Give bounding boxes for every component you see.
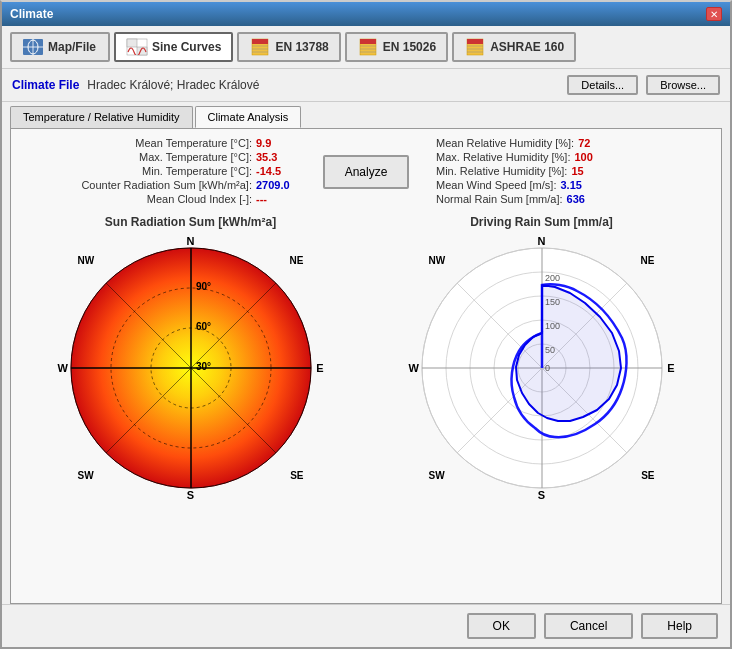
stat-wind-speed: Mean Wind Speed [m/s]: 3.15 [436,179,705,191]
svg-rect-19 [467,39,483,44]
ok-button[interactable]: OK [467,613,536,639]
main-window: Climate ✕ Map/File Sine Curves [0,0,732,649]
driving-rain-title: Driving Rain Sum [mm/a] [470,215,613,229]
sub-tab-temp-humidity[interactable]: Temperature / Relative Humidity [10,106,193,128]
sun-radiation-chart: Sun Radiation Sum [kWh/m²a] [19,215,362,595]
compass-W-rain: W [409,362,419,374]
driving-rain-svg: 200 150 100 50 0 [407,233,677,503]
compass-SE: SE [290,470,303,481]
driving-rain-polar: 200 150 100 50 0 N S W E NW NE SW SE [407,233,677,503]
svg-text:100: 100 [545,321,560,331]
compass-N-rain: N [538,235,546,247]
tab-en13788-label: EN 13788 [275,40,328,54]
stat-max-temp: Max. Temperature [°C]: 35.3 [27,151,296,163]
sub-tab-climate-analysis[interactable]: Climate Analysis [195,106,302,128]
compass-SW-rain: SW [429,470,445,481]
stat-min-rh: Min. Relative Humidity [%]: 15 [436,165,705,177]
map-icon [22,38,44,56]
svg-text:200: 200 [545,273,560,283]
charts-area: Sun Radiation Sum [kWh/m²a] [11,215,721,603]
svg-text:30°: 30° [196,361,211,372]
tab-map-file-label: Map/File [48,40,96,54]
stats-left: Mean Temperature [°C]: 9.9 Max. Temperat… [27,137,296,207]
compass-E: E [316,362,323,374]
climate-file-label: Climate File [12,78,79,92]
content-area: Mean Temperature [°C]: 9.9 Max. Temperat… [10,128,722,604]
en13788-icon [249,38,271,56]
compass-NE: NE [290,255,304,266]
svg-text:60°: 60° [196,321,211,332]
compass-S-rain: S [538,489,545,501]
compass-E-rain: E [667,362,674,374]
compass-SE-rain: SE [641,470,654,481]
analyze-button[interactable]: Analyze [323,155,410,189]
title-bar: Climate ✕ [2,2,730,26]
compass-NE-rain: NE [641,255,655,266]
sun-radiation-title: Sun Radiation Sum [kWh/m²a] [105,215,276,229]
stat-mean-rh: Mean Relative Humidity [%]: 72 [436,137,705,149]
tab-ashrae160-label: ASHRAE 160 [490,40,564,54]
svg-text:90°: 90° [196,281,211,292]
tab-ashrae160[interactable]: ASHRAE 160 [452,32,576,62]
stat-cloud-index: Mean Cloud Index [-]: --- [27,193,296,205]
svg-text:0: 0 [545,363,550,373]
help-button[interactable]: Help [641,613,718,639]
cancel-button[interactable]: Cancel [544,613,633,639]
tab-en13788[interactable]: EN 13788 [237,32,340,62]
compass-NW: NW [78,255,95,266]
compass-W: W [58,362,68,374]
ashrae160-icon [464,38,486,56]
stats-row: Mean Temperature [°C]: 9.9 Max. Temperat… [11,129,721,215]
climate-file-value: Hradec Králové; Hradec Králové [87,78,559,92]
sub-tabs: Temperature / Relative Humidity Climate … [2,102,730,128]
stat-min-temp: Min. Temperature [°C]: -14.5 [27,165,296,177]
stat-mean-temp: Mean Temperature [°C]: 9.9 [27,137,296,149]
stat-max-rh: Max. Relative Humidity [%]: 100 [436,151,705,163]
svg-rect-9 [252,39,268,44]
svg-rect-14 [360,39,376,44]
sun-radiation-polar: 60° 90° 30° N S W E NW NE SW SE [56,233,326,503]
stat-rain-sum: Normal Rain Sum [mm/a]: 636 [436,193,705,205]
stats-right: Mean Relative Humidity [%]: 72 Max. Rela… [436,137,705,207]
compass-N: N [187,235,195,247]
en15026-icon [357,38,379,56]
compass-NW-rain: NW [429,255,446,266]
stat-counter-radiation: Counter Radiation Sum [kWh/m²a]: 2709.0 [27,179,296,191]
driving-rain-chart: Driving Rain Sum [mm/a] [370,215,713,595]
tab-sine-curves[interactable]: Sine Curves [114,32,233,62]
tab-en15026[interactable]: EN 15026 [345,32,448,62]
compass-SW: SW [78,470,94,481]
sine-icon [126,38,148,56]
tab-sine-curves-label: Sine Curves [152,40,221,54]
sun-radiation-svg: 60° 90° 30° [56,233,326,503]
toolbar: Map/File Sine Curves EN 13788 [2,26,730,69]
details-button[interactable]: Details... [567,75,638,95]
svg-text:50: 50 [545,345,555,355]
window-title: Climate [10,7,53,21]
browse-button[interactable]: Browse... [646,75,720,95]
tab-en15026-label: EN 15026 [383,40,436,54]
svg-text:150: 150 [545,297,560,307]
climate-file-bar: Climate File Hradec Králové; Hradec Král… [2,69,730,102]
stats-center: Analyze [316,137,416,207]
compass-S: S [187,489,194,501]
tab-map-file[interactable]: Map/File [10,32,110,62]
bottom-bar: OK Cancel Help [2,604,730,647]
svg-rect-5 [127,39,137,47]
close-button[interactable]: ✕ [706,7,722,21]
